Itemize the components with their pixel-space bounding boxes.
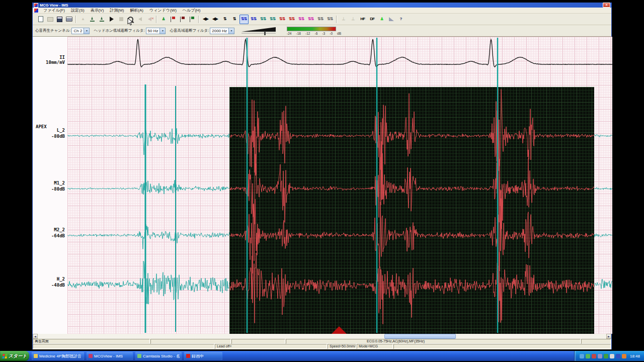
control-bar: 心音再生チャンネル: Ch 2 ▼ ヘッドホン低域遮断フィルタ: 50 Hz ▼…: [33, 25, 611, 37]
record-marker-1-button[interactable]: [88, 15, 97, 24]
stop-button[interactable]: [117, 15, 126, 24]
scroll-thumb[interactable]: [384, 334, 456, 339]
meter-tick: -24: [287, 32, 291, 35]
pin-1-button[interactable]: ⊥: [339, 15, 348, 24]
measure-ruler-button[interactable]: [387, 15, 396, 24]
task-camtasia-icon: [137, 354, 141, 358]
gain-up-blue-button[interactable]: ⇅⇅: [239, 15, 249, 24]
new-file-button[interactable]: [36, 15, 45, 24]
level-meter: -24-18-12-6-3-0dB: [287, 27, 341, 35]
gain-down-gray-button[interactable]: ⇅⇅: [326, 15, 335, 24]
tray-mouse-icon[interactable]: [610, 354, 614, 358]
ecg-trace: [67, 39, 612, 67]
menu-item-2[interactable]: 表示(V): [88, 8, 107, 14]
open-file-button[interactable]: [46, 15, 55, 24]
menu-item-6[interactable]: ヘルプ(H): [180, 8, 204, 14]
prev-marker-button[interactable]: ▲: [78, 15, 88, 24]
scroll-left-button[interactable]: ◀: [33, 334, 38, 339]
start-button[interactable]: スタート: [0, 351, 29, 361]
task-recording[interactable]: 録画中: [184, 352, 222, 360]
menu-item-1[interactable]: 設定(S): [68, 8, 88, 14]
measure-ruler-icon: [389, 17, 394, 21]
hf-filter-button[interactable]: HF: [358, 15, 367, 24]
volume-slider[interactable]: [240, 27, 280, 35]
tray-audio-icon[interactable]: [616, 354, 620, 358]
tray-update-icon[interactable]: [622, 354, 626, 358]
chevron-down-icon[interactable]: ▼: [159, 28, 165, 34]
status-cell: Speed=50.0mm/s: [328, 344, 356, 349]
help-button[interactable]: ?: [396, 15, 406, 24]
compress-horizontal-button[interactable]: ◀▶: [211, 15, 220, 24]
close-button[interactable]: ×: [603, 3, 610, 8]
tray-display-icon[interactable]: [598, 354, 602, 358]
task-mcgview[interactable]: MCGView - IMS: [87, 352, 133, 360]
highcut-label: 心音高域遮断フィルタ:: [170, 28, 209, 33]
tray-media-icon[interactable]: [580, 354, 584, 358]
scale-up-black-button[interactable]: ⇅: [220, 15, 229, 24]
menu-item-0[interactable]: ファイル(F): [40, 8, 68, 14]
flag-red-button[interactable]: [169, 15, 178, 24]
toolbar-separator: [198, 16, 199, 23]
title-bar[interactable]: MCG View - IMS ×: [33, 3, 611, 8]
flag-darkred-button[interactable]: [178, 15, 187, 24]
chevron-down-icon[interactable]: ▼: [84, 28, 89, 34]
scroll-right-button[interactable]: ▶: [606, 334, 611, 339]
task-medicine-icon: [34, 354, 38, 358]
subject-button[interactable]: ♟: [377, 15, 386, 24]
channel-select[interactable]: Ch 2 ▼: [71, 28, 90, 34]
new-file-icon: [38, 16, 43, 22]
task-camtasia[interactable]: Camtasia Studio - 名…: [135, 352, 182, 360]
gain-down-blue-button[interactable]: ⇅⇅: [249, 15, 258, 24]
playback-position-marker[interactable]: [332, 326, 347, 334]
expand-horizontal-button[interactable]: ◀▶: [201, 15, 210, 24]
task-mcgview-label: MCGView - IMS: [94, 354, 123, 358]
channel-name-M1_2: M1_2: [33, 180, 65, 186]
gain-down-teal-button[interactable]: ⇅⇅: [268, 15, 277, 24]
waveform-area[interactable]: II10mm/mVAPEXL_2-80dBM1_2-80dBM2_2-64dBH…: [33, 37, 612, 334]
horizontal-scrollbar[interactable]: ◀ ▶: [33, 334, 611, 339]
df-filter-button[interactable]: DF: [368, 15, 377, 24]
gain-up-gray-button[interactable]: ⇅⇅: [316, 15, 325, 24]
meter-tick: -18: [296, 32, 301, 35]
gain-up-teal-button[interactable]: ⇅⇅: [259, 15, 268, 24]
play-button[interactable]: [107, 15, 116, 24]
speaker-mute-button[interactable]: [145, 15, 154, 24]
gain-up-pink-button[interactable]: ⇅⇅: [297, 15, 306, 24]
task-medicine[interactable]: Medicine 4P胸部聴診音: [32, 352, 84, 360]
menu-item-5[interactable]: ウィンドウ(W): [146, 8, 180, 14]
save-file-icon: [57, 17, 62, 22]
flag-green-button[interactable]: [188, 15, 197, 24]
channel-name-M2_2: M2_2: [33, 227, 65, 232]
gain-down-pink-button[interactable]: ⇅⇅: [306, 15, 315, 24]
menu-item-3[interactable]: 計測(M): [107, 8, 127, 14]
tray-device-icon[interactable]: [592, 354, 596, 358]
highcut-select[interactable]: 2000 Hz ▼: [210, 28, 234, 34]
auto-play-button[interactable]: ♟: [159, 15, 168, 24]
menu-item-4[interactable]: 解析(A): [127, 8, 146, 14]
print-button[interactable]: [65, 15, 74, 24]
pin-2-button[interactable]: ⊥: [349, 15, 358, 24]
tray-antivirus-icon[interactable]: [586, 354, 590, 358]
tray-network-icon[interactable]: [604, 354, 608, 358]
task-medicine-label: Medicine 4P胸部聴診音: [39, 353, 82, 359]
status-cell: [581, 339, 611, 344]
record-marker-2-button[interactable]: [98, 15, 107, 24]
overlay-sound-window[interactable]: [229, 87, 594, 334]
speaker-button[interactable]: [136, 15, 145, 24]
hf-filter-icon: HF: [360, 17, 365, 22]
lowcut-select[interactable]: 50 Hz ▼: [146, 28, 166, 34]
scale-down-black-button[interactable]: ⇅: [230, 15, 239, 24]
windows-logo-icon: [2, 354, 7, 358]
scroll-track[interactable]: [38, 334, 606, 339]
gain-down-red-button[interactable]: ⇅⇅: [287, 15, 296, 24]
overlay-trace-2: [229, 190, 594, 274]
status-cell: 再生画面: [33, 339, 150, 344]
toolbar-separator: [336, 16, 337, 23]
chevron-down-icon[interactable]: ▼: [228, 28, 234, 34]
start-button-label: スタート: [9, 353, 27, 359]
help-icon: ?: [400, 17, 402, 22]
save-file-button[interactable]: [55, 15, 64, 24]
status-bar-2: Lead off=Speed=50.0mm/sMode=MCG: [33, 344, 611, 349]
channel-gain-M2_2: -64dB: [33, 233, 65, 238]
gain-up-red-button[interactable]: ⇅⇅: [278, 15, 287, 24]
